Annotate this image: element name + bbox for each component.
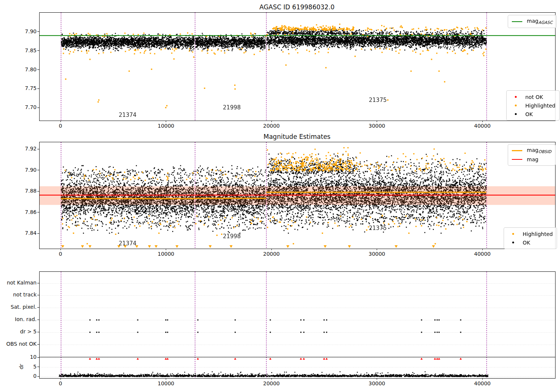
ok-label: OK <box>525 111 533 117</box>
ok-label-2: OK <box>523 240 530 246</box>
flag-row-label: not track <box>0 292 37 298</box>
y-tick-label: 7.90 <box>0 28 37 34</box>
flag-tick-mark <box>37 320 39 320</box>
x-tick-label: 30000 <box>362 251 392 257</box>
y-tick-mark <box>37 108 39 108</box>
not-ok-dot-swatch <box>515 96 517 98</box>
obsid-annotation: 21375 <box>369 97 387 103</box>
x-tick-mark <box>271 249 272 250</box>
x-tick-label: 10000 <box>151 123 181 129</box>
x-tick-label: 20000 <box>256 251 286 257</box>
highlighted-label-2: Highlighted <box>523 231 553 237</box>
y-tick-mark <box>37 149 39 149</box>
x-tick-label: 40000 <box>467 123 497 129</box>
magnitude-estimates-axes <box>39 142 556 249</box>
y-tick-label: 7.80 <box>0 66 37 72</box>
x-tick-label: 0 <box>46 380 75 386</box>
flags-dr-canvas <box>40 272 555 378</box>
y-tick-label: 7.88 <box>0 188 37 194</box>
ok-dot-swatch <box>515 113 517 115</box>
mag-agasc-label: magAGASC <box>527 18 553 25</box>
y-tick-mark <box>37 170 39 170</box>
y-tick-label: 7.90 <box>0 167 37 173</box>
not-ok-label: not OK <box>525 94 543 100</box>
legend-point-types-top: not OK Highlighted OK <box>506 90 560 121</box>
legend-mag-lines: magOBSID mag <box>508 144 556 166</box>
flag-tick-mark <box>37 283 39 283</box>
magnitude-estimates-canvas <box>40 142 555 249</box>
y-tick-label: 7.84 <box>0 230 37 236</box>
dr-tick-label: 10 <box>0 354 37 360</box>
x-tick-label: 30000 <box>362 123 392 129</box>
plot1-title: AGASC ID 619986032.0 <box>39 3 555 11</box>
highlighted-dot-swatch <box>515 105 517 106</box>
flag-row-label: not Kalman <box>0 280 37 286</box>
highlighted-label: Highlighted <box>525 103 556 109</box>
legend-point-types-middle: Highlighted OK <box>504 227 557 249</box>
x-tick-label: 40000 <box>467 380 497 386</box>
y-tick-label: 7.75 <box>0 85 37 91</box>
x-tick-mark <box>271 121 272 122</box>
x-tick-mark <box>60 249 61 250</box>
x-tick-mark <box>482 378 483 380</box>
obsid-annotation: 21374 <box>119 112 137 118</box>
x-tick-mark <box>166 249 166 250</box>
x-tick-label: 10000 <box>151 251 181 257</box>
flag-tick-mark <box>37 344 39 345</box>
y-tick-label: 7.70 <box>0 104 37 110</box>
figure-root: AGASC ID 619986032.0 Magnitude Estimates… <box>0 0 560 392</box>
ok-dot-swatch-2 <box>512 242 514 243</box>
flags-dr-axes <box>39 271 556 379</box>
y-tick-label: 7.86 <box>0 209 37 215</box>
x-tick-label: 30000 <box>362 380 392 386</box>
flag-row-label: Ion. rad. <box>0 316 37 322</box>
y-tick-mark <box>37 31 39 32</box>
dr-tick-mark <box>37 357 39 358</box>
x-tick-label: 10000 <box>151 380 181 386</box>
x-tick-label: 20000 <box>256 380 286 386</box>
x-tick-mark <box>166 121 166 122</box>
y-tick-mark <box>37 212 39 212</box>
highlighted-dot-swatch-2 <box>512 233 514 235</box>
legend-mag-agasc: magAGASC <box>508 15 557 28</box>
flag-row-label: OBS not OK <box>0 341 37 347</box>
y-tick-label: 7.92 <box>0 146 37 152</box>
x-tick-mark <box>60 121 61 122</box>
raw-magnitudes-canvas <box>40 13 555 121</box>
flag-tick-mark <box>37 307 39 308</box>
mag-obsid-line-swatch <box>512 150 522 151</box>
x-tick-mark <box>271 378 272 380</box>
dr-tick-label: 5 <box>0 364 37 370</box>
x-tick-label: 0 <box>46 251 75 257</box>
plot2-title: Magnitude Estimates <box>39 133 555 140</box>
x-tick-mark <box>377 121 377 122</box>
y-tick-label: 7.85 <box>0 47 37 53</box>
flag-tick-mark <box>37 332 39 332</box>
dr-tick-mark <box>37 376 39 377</box>
flag-row-label: Sat. pixel. <box>0 304 37 310</box>
x-tick-mark <box>482 121 483 122</box>
y-tick-mark <box>37 69 39 70</box>
x-tick-mark <box>166 378 166 380</box>
mag-label: mag <box>527 156 538 162</box>
flag-row-label: dr > 5 <box>0 329 37 335</box>
x-tick-label: 20000 <box>256 123 286 129</box>
flag-tick-mark <box>37 295 39 295</box>
y-tick-mark <box>37 233 39 234</box>
y-tick-mark <box>37 88 39 89</box>
mag-agasc-line-swatch <box>512 21 522 22</box>
dr-tick-label: 0 <box>0 373 37 379</box>
x-tick-mark <box>60 378 61 380</box>
x-tick-label: 40000 <box>467 251 497 257</box>
raw-magnitudes-axes <box>39 12 556 121</box>
obsid-annotation: 21374 <box>119 240 137 247</box>
obsid-annotation: 21998 <box>223 104 241 111</box>
x-tick-mark <box>482 249 483 250</box>
x-tick-mark <box>377 249 377 250</box>
x-tick-label: 0 <box>46 123 75 129</box>
obsid-annotation: 21375 <box>369 225 387 231</box>
obsid-annotation: 21998 <box>223 233 241 240</box>
dr-tick-mark <box>37 367 39 367</box>
y-tick-mark <box>37 191 39 192</box>
mag-obsid-label: magOBSID <box>527 147 551 154</box>
